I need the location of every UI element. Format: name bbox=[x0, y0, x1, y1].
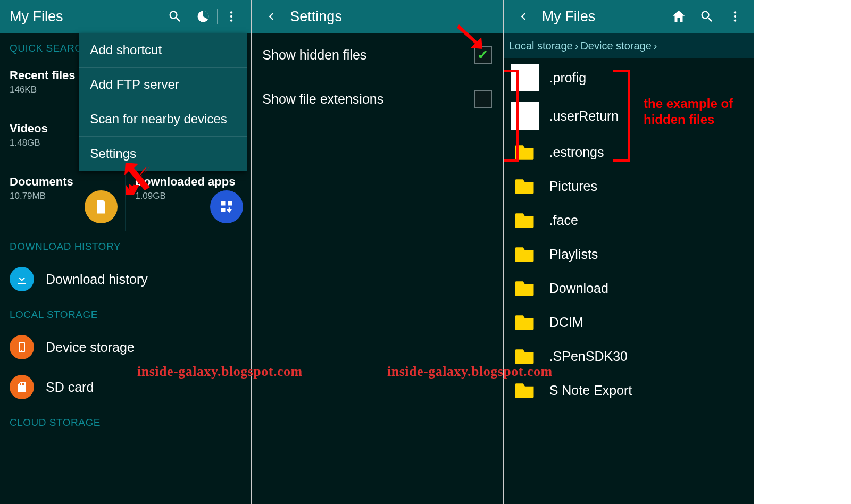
list-label: Download history bbox=[46, 272, 148, 287]
setting-label: Show hidden files bbox=[262, 47, 366, 63]
page-title: Settings bbox=[287, 9, 496, 25]
app-title: My Files bbox=[539, 9, 666, 25]
documents-icon bbox=[85, 190, 118, 223]
section-local-storage: LOCAL STORAGE bbox=[0, 299, 251, 327]
breadcrumb: Local storage › Device storage › bbox=[504, 33, 754, 58]
file-list: .profig.userReturn.estrongsPictures.face… bbox=[504, 58, 754, 407]
chevron-right-icon: › bbox=[654, 40, 657, 52]
file-name: DCIM bbox=[549, 315, 583, 330]
folder-icon bbox=[511, 276, 539, 300]
more-icon[interactable] bbox=[722, 4, 748, 29]
list-label: Device storage bbox=[46, 340, 135, 355]
crumb-device[interactable]: Device storage bbox=[580, 40, 651, 52]
checkbox-show-hidden[interactable]: ✓ bbox=[474, 46, 492, 64]
download-history-item[interactable]: Download history bbox=[0, 259, 251, 299]
file-row[interactable]: .userReturn bbox=[504, 97, 754, 135]
file-row[interactable]: Download bbox=[504, 271, 754, 305]
file-row[interactable]: S Note Export bbox=[504, 373, 754, 407]
downloaded-apps-icon bbox=[210, 190, 243, 223]
file-name: Playlists bbox=[549, 247, 598, 262]
section-download-history: DOWNLOAD HISTORY bbox=[0, 231, 251, 259]
search-icon[interactable] bbox=[694, 4, 720, 29]
setting-show-ext[interactable]: Show file extensions bbox=[252, 77, 502, 121]
action-bar: My Files bbox=[504, 0, 754, 33]
quick-downloaded-apps[interactable]: Downloaded apps 1.09GB bbox=[126, 167, 251, 231]
section-cloud-storage: CLOUD STORAGE bbox=[0, 407, 251, 435]
file-name: .face bbox=[549, 213, 578, 228]
quick-documents[interactable]: Documents 10.79MB bbox=[0, 167, 126, 231]
file-name: .SPenSDK30 bbox=[549, 349, 628, 364]
menu-add-ftp[interactable]: Add FTP server bbox=[79, 68, 247, 102]
download-icon bbox=[10, 267, 34, 291]
panel-myfiles: My Files QUICK SEARCH Recent files 146KB… bbox=[0, 0, 252, 504]
file-row[interactable]: .estrongs bbox=[504, 135, 754, 169]
menu-scan-nearby[interactable]: Scan for nearby devices bbox=[79, 102, 247, 137]
action-bar: My Files bbox=[0, 0, 251, 33]
divider bbox=[217, 9, 218, 24]
file-icon bbox=[511, 102, 539, 130]
action-bar: Settings bbox=[252, 0, 502, 33]
app-title: My Files bbox=[6, 9, 162, 25]
file-name: .estrongs bbox=[549, 145, 604, 160]
folder-icon bbox=[511, 208, 539, 232]
quick-title: Documents bbox=[10, 175, 115, 189]
overflow-menu: Add shortcut Add FTP server Scan for nea… bbox=[79, 33, 247, 171]
menu-add-shortcut[interactable]: Add shortcut bbox=[79, 33, 247, 68]
file-row[interactable]: Pictures bbox=[504, 169, 754, 203]
file-row[interactable]: Playlists bbox=[504, 237, 754, 271]
quick-title: Downloaded apps bbox=[135, 175, 241, 189]
sd-card-item[interactable]: SD card bbox=[0, 367, 251, 407]
folder-icon bbox=[511, 242, 539, 266]
file-name: Download bbox=[549, 281, 608, 296]
crumb-local[interactable]: Local storage bbox=[509, 40, 573, 52]
device-storage-item[interactable]: Device storage bbox=[0, 327, 251, 367]
back-icon[interactable] bbox=[510, 4, 536, 29]
file-icon bbox=[511, 64, 539, 91]
setting-show-hidden[interactable]: Show hidden files ✓ bbox=[252, 33, 502, 77]
list-label: SD card bbox=[46, 380, 94, 395]
chevron-right-icon: › bbox=[575, 40, 579, 52]
panel-file-browser: My Files Local storage › Device storage … bbox=[504, 0, 754, 504]
search-icon[interactable] bbox=[162, 4, 188, 29]
check-icon: ✓ bbox=[477, 47, 489, 63]
divider bbox=[189, 9, 189, 24]
folder-icon bbox=[511, 379, 539, 402]
checkbox-show-ext[interactable] bbox=[474, 90, 492, 108]
file-name: .profig bbox=[549, 70, 586, 86]
file-name: S Note Export bbox=[549, 383, 632, 398]
sd-card-icon bbox=[10, 375, 34, 399]
menu-settings[interactable]: Settings bbox=[79, 137, 247, 171]
more-icon[interactable] bbox=[219, 4, 244, 29]
file-row[interactable]: .SPenSDK30 bbox=[504, 339, 754, 373]
file-name: Pictures bbox=[549, 179, 597, 194]
home-icon[interactable] bbox=[666, 4, 691, 29]
panel-settings: Settings Show hidden files ✓ Show file e… bbox=[252, 0, 503, 504]
storage-pie-icon[interactable] bbox=[190, 4, 216, 29]
phone-icon bbox=[10, 335, 34, 359]
file-row[interactable]: .profig bbox=[504, 58, 754, 97]
folder-icon bbox=[511, 310, 539, 334]
divider bbox=[721, 9, 721, 24]
folder-icon bbox=[511, 140, 539, 164]
folder-icon bbox=[511, 345, 539, 368]
back-icon[interactable] bbox=[258, 4, 283, 29]
folder-icon bbox=[511, 174, 539, 198]
setting-label: Show file extensions bbox=[262, 91, 383, 107]
file-row[interactable]: DCIM bbox=[504, 305, 754, 339]
file-row[interactable]: .face bbox=[504, 203, 754, 237]
file-name: .userReturn bbox=[549, 108, 619, 124]
divider bbox=[693, 9, 693, 24]
